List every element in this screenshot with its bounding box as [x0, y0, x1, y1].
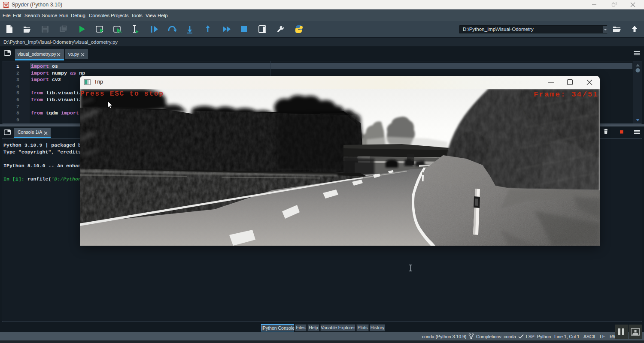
svg-text:Frame: 34/51: Frame: 34/51 [534, 90, 598, 99]
svg-text:Press ESC to stop: Press ESC to stop [80, 90, 164, 98]
